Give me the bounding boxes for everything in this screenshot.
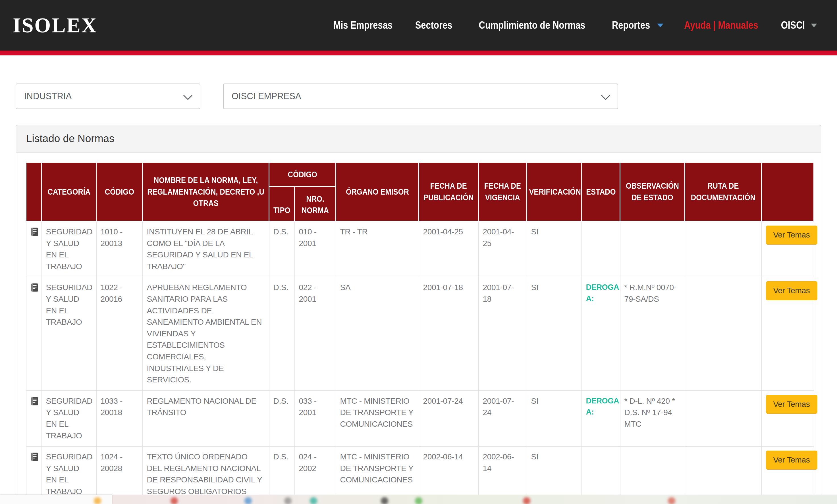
cell-fecha-vigencia: 2001-07-18	[479, 277, 527, 390]
panel-body: CATEGORÍA CÓDIGO NOMBRE DE LA NORMA, LEY…	[16, 152, 821, 504]
nav-ayuda-manuales[interactable]: Ayuda | Manuales	[678, 19, 764, 31]
taskbar-app-icon	[171, 497, 178, 504]
col-actions	[762, 162, 814, 221]
col-organo-emisor: ÓRGANO EMISOR	[336, 162, 419, 221]
cell-observacion-estado: * D-L. Nº 420 * D.S. Nº 17-94 MTC	[620, 391, 685, 446]
taskbar-app-icon	[245, 497, 252, 504]
norms-table-body: SEGURIDAD Y SALUD EN EL TRABAJO 1010 - 2…	[26, 221, 814, 504]
nav-cumplimiento-de-normas[interactable]: Cumplimiento de Normas	[470, 19, 594, 31]
industry-select[interactable]: INDUSTRIA	[16, 84, 200, 109]
norms-panel: Listado de Normas CATEGORÍA CÓDIGO NOMBR…	[16, 125, 821, 504]
col-categoria: CATEGORÍA	[42, 162, 96, 221]
cell-nombre: APRUEBAN REGLAMENTO SANITARIO PARA LAS A…	[143, 277, 269, 390]
cell-actions: Ver Temas	[762, 221, 814, 277]
caret-down-icon	[811, 23, 817, 27]
norm-document-icon[interactable]	[26, 277, 42, 390]
norms-table: CATEGORÍA CÓDIGO NOMBRE DE LA NORMA, LEY…	[25, 162, 814, 504]
cell-ruta-documentacion	[685, 221, 762, 277]
nav-sectores[interactable]: Sectores	[412, 19, 455, 31]
norm-document-icon[interactable]	[26, 391, 42, 446]
table-row: SEGURIDAD Y SALUD EN EL TRABAJO 1022 - 2…	[26, 277, 814, 390]
filters-row: INDUSTRIA OISCI EMPRESA	[16, 84, 821, 109]
cell-ruta-documentacion	[685, 391, 762, 446]
top-header: ISOLEX Mis Empresas Sectores Cumplimient…	[0, 0, 837, 51]
col-observacion-estado: OBSERVACIÓN DE ESTADO	[620, 162, 685, 221]
accent-bar	[0, 51, 837, 55]
ver-temas-button[interactable]: Ver Temas	[766, 395, 817, 414]
caret-down-icon	[657, 23, 663, 27]
norm-document-icon[interactable]	[26, 221, 42, 277]
col-ruta-documentacion: RUTA DE DOCUMENTACIÓN	[685, 162, 762, 221]
cell-nombre: INSTITUYEN EL 28 DE ABRIL COMO EL "DÍA D…	[143, 221, 269, 277]
taskbar-app-icon	[523, 497, 530, 504]
book-icon	[31, 283, 39, 292]
col-icon	[26, 162, 42, 221]
table-row: SEGURIDAD Y SALUD EN EL TRABAJO 1033 - 2…	[26, 391, 814, 446]
cell-tipo: D.S.	[269, 277, 295, 390]
page: ISOLEX Mis Empresas Sectores Cumplimient…	[0, 0, 837, 504]
cell-codigo: 1010 - 20013	[96, 221, 143, 277]
taskbar-app-icon	[415, 497, 422, 504]
nav-oisci-user-menu[interactable]: OISCI	[779, 19, 817, 31]
col-nombre: NOMBRE DE LA NORMA, LEY, REGLAMENTACIÓN,…	[143, 162, 269, 221]
cell-verificacion: SI	[527, 221, 582, 277]
ver-temas-button[interactable]: Ver Temas	[766, 281, 817, 300]
cell-observacion-estado: * R.M.Nº 0070-79-SA/DS	[620, 277, 685, 390]
col-estado: ESTADO	[582, 162, 620, 221]
panel-title: Listado de Normas	[16, 125, 821, 152]
cell-organo-emisor: SA	[336, 277, 419, 390]
cell-tipo: D.S.	[269, 391, 295, 446]
cell-fecha-publicacion: 2001-07-18	[419, 277, 479, 390]
cell-actions: Ver Temas	[762, 277, 814, 390]
cell-fecha-publicacion: 2001-07-24	[419, 391, 479, 446]
book-icon	[31, 452, 39, 462]
cell-ruta-documentacion	[685, 277, 762, 390]
taskbar-app-icon	[284, 497, 291, 504]
cell-fecha-vigencia: 2001-07-24	[479, 391, 527, 446]
col-codigo: CÓDIGO	[96, 162, 143, 221]
ver-temas-button[interactable]: Ver Temas	[766, 451, 817, 470]
company-select[interactable]: OISCI EMPRESA	[223, 84, 618, 109]
cell-fecha-vigencia: 2001-04-25	[479, 221, 527, 277]
company-select-value: OISCI EMPRESA	[232, 91, 301, 102]
col-codigo-group: CÓDIGO	[269, 162, 336, 187]
col-nro-norma: NRO. NORMA	[295, 187, 336, 221]
chevron-down-icon	[601, 94, 611, 101]
cell-nombre: REGLAMENTO NACIONAL DE TRÁNSITO	[143, 391, 269, 446]
norms-table-header: CATEGORÍA CÓDIGO NOMBRE DE LA NORMA, LEY…	[26, 162, 814, 221]
taskbar-app-icon	[668, 497, 675, 504]
cell-tipo: D.S.	[269, 221, 295, 277]
taskbar-app-icon	[381, 497, 388, 504]
cell-organo-emisor: TR - TR	[336, 221, 419, 277]
cell-observacion-estado	[620, 221, 685, 277]
taskbar-app-icon	[310, 497, 317, 504]
taskbar-app-icon	[94, 497, 101, 504]
col-verificacion: VERIFICACIÓN	[527, 162, 582, 221]
cell-estado: DEROGA A:	[582, 391, 620, 446]
cell-codigo: 1033 - 20018	[96, 391, 143, 446]
os-taskbar[interactable]	[0, 494, 837, 504]
industry-select-value: INDUSTRIA	[24, 91, 72, 102]
book-icon	[31, 397, 39, 406]
brand-logo[interactable]: ISOLEX	[13, 13, 97, 37]
cell-categoria: SEGURIDAD Y SALUD EN EL TRABAJO	[42, 221, 96, 277]
nav-mis-empresas[interactable]: Mis Empresas	[328, 19, 397, 31]
cell-estado	[582, 221, 620, 277]
chevron-down-icon	[183, 94, 193, 101]
nav-reportes[interactable]: Reportes	[609, 19, 663, 31]
book-icon	[31, 227, 39, 236]
cell-fecha-publicacion: 2001-04-25	[419, 221, 479, 277]
cell-organo-emisor: MTC - MINISTERIO DE TRANSPORTE Y COMUNIC…	[336, 391, 419, 446]
cell-nro-norma: 010 - 2001	[295, 221, 336, 277]
ver-temas-button[interactable]: Ver Temas	[766, 226, 817, 245]
table-row: SEGURIDAD Y SALUD EN EL TRABAJO 1010 - 2…	[26, 221, 814, 277]
cell-verificacion: SI	[527, 391, 582, 446]
cell-estado: DEROGA A:	[582, 277, 620, 390]
cell-nro-norma: 033 - 2001	[295, 391, 336, 446]
main-nav: Mis Empresas Sectores Cumplimiento de No…	[328, 19, 817, 31]
cell-codigo: 1022 - 20016	[96, 277, 143, 390]
cell-categoria: SEGURIDAD Y SALUD EN EL TRABAJO	[42, 391, 96, 446]
cell-verificacion: SI	[527, 277, 582, 390]
col-tipo: TIPO	[269, 187, 295, 221]
cell-categoria: SEGURIDAD Y SALUD EN EL TRABAJO	[42, 277, 96, 390]
